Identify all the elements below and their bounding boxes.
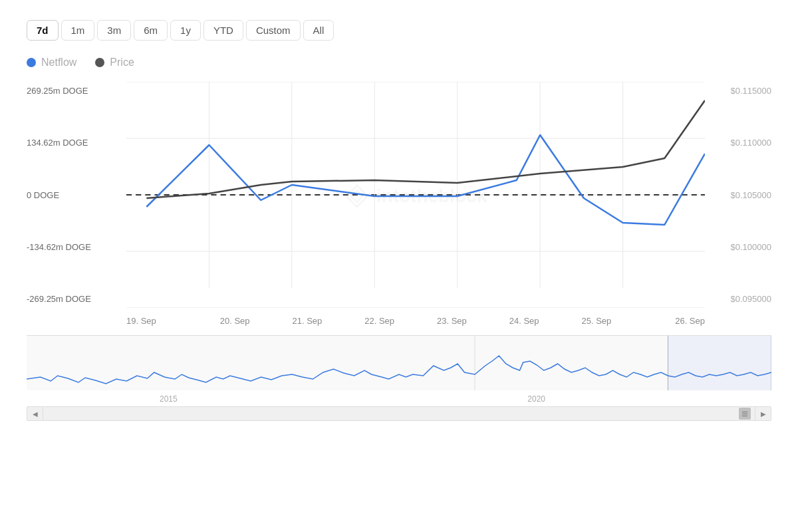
- main-container: 7d1m3m6m1yYTDCustomAll Netflow Price 269…: [0, 0, 798, 532]
- scroll-right-btn[interactable]: ▶: [755, 406, 771, 421]
- time-btn-3m[interactable]: 3m: [97, 20, 131, 41]
- x-label-5: 23. Sep: [416, 316, 488, 326]
- netflow-dot: [27, 58, 36, 67]
- x-label-7: 25. Sep: [561, 316, 633, 326]
- legend-netflow: Netflow: [27, 57, 76, 68]
- x-label-6: 24. Sep: [488, 316, 561, 326]
- y-left-3: 0 DOGE: [27, 190, 120, 200]
- svg-rect-12: [27, 336, 771, 390]
- time-btn-1y[interactable]: 1y: [170, 20, 201, 41]
- navigator-svg: [27, 336, 771, 390]
- main-chart-svg: [126, 82, 705, 308]
- nav-year-2020: 2020: [527, 394, 545, 404]
- x-label-1: 19. Sep: [126, 316, 199, 326]
- scroll-handle[interactable]: [739, 408, 751, 420]
- y-right-2: $0.110000: [712, 138, 771, 148]
- navigator-container: 2015 2020 ◀ ▶: [27, 335, 771, 415]
- time-btn-6m[interactable]: 6m: [134, 20, 168, 41]
- svg-rect-13: [668, 336, 771, 390]
- netflow-line: [146, 135, 705, 225]
- time-range-selector: 7d1m3m6m1yYTDCustomAll: [0, 13, 798, 51]
- time-btn-7d[interactable]: 7d: [27, 20, 59, 41]
- time-btn-custom[interactable]: Custom: [246, 20, 301, 41]
- x-label-3: 21. Sep: [271, 316, 344, 326]
- y-right-1: $0.115000: [712, 86, 771, 96]
- y-left-4: -134.62m DOGE: [27, 242, 120, 252]
- time-btn-1m[interactable]: 1m: [61, 20, 95, 41]
- x-label-8: 26. Sep: [632, 316, 705, 326]
- y-left-2: 134.62m DOGE: [27, 138, 120, 148]
- x-label-4: 22. Sep: [343, 316, 416, 326]
- price-line: [146, 100, 705, 198]
- y-right-3: $0.105000: [712, 190, 771, 200]
- x-label-2: 20. Sep: [199, 316, 271, 326]
- price-label: Price: [110, 57, 134, 68]
- netflow-label: Netflow: [41, 57, 76, 68]
- chart-legend: Netflow Price: [0, 51, 798, 82]
- price-dot: [95, 58, 104, 67]
- y-left-1: 269.25m DOGE: [27, 86, 120, 96]
- legend-price: Price: [95, 57, 134, 68]
- time-btn-all[interactable]: All: [303, 20, 334, 41]
- y-left-5: -269.25m DOGE: [27, 294, 120, 304]
- y-right-4: $0.100000: [712, 242, 771, 252]
- scroll-left-btn[interactable]: ◀: [27, 406, 43, 421]
- y-right-5: $0.095000: [712, 294, 771, 304]
- navigator-scrollbar: ◀ ▶: [27, 406, 771, 421]
- time-btn-ytd[interactable]: YTD: [203, 20, 243, 41]
- nav-year-2015: 2015: [160, 394, 178, 404]
